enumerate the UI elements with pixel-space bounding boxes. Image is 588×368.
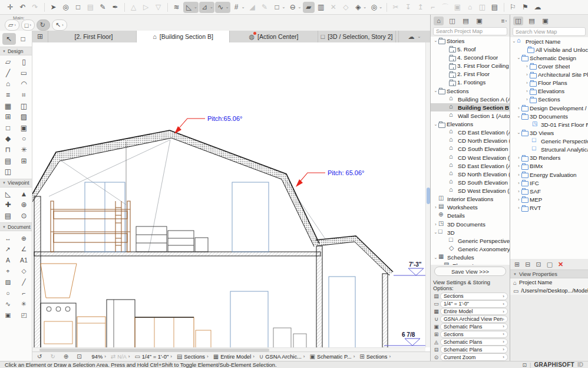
interior-elevations[interactable]: Interior Elevations bbox=[431, 195, 510, 203]
snap-guides-icon[interactable]: ⊿⌄ bbox=[199, 2, 214, 13]
label-tool[interactable]: A1 bbox=[18, 255, 31, 266]
split-icon[interactable]: ✂ bbox=[390, 2, 402, 13]
elevation-item[interactable]: CD East Elevation (Auto-rebui bbox=[431, 129, 510, 137]
story-jump-icon[interactable]: ▷ bbox=[140, 2, 152, 13]
drawing-tool[interactable]: ◰ bbox=[18, 309, 31, 320]
elevation-dimension-tool[interactable]: ↗ bbox=[2, 244, 15, 255]
layout-book-icon[interactable]: ▤ bbox=[527, 17, 537, 25]
save-view-button[interactable]: Save View >>> bbox=[434, 267, 506, 276]
design-development[interactable]: › Design Development / Construct bbox=[510, 104, 588, 112]
surface-paint-icon[interactable]: ◈⌄ bbox=[352, 2, 368, 13]
model-view-setting[interactable]: ▣ Schematic Plans› bbox=[431, 323, 510, 331]
roof-lower-right[interactable] bbox=[316, 236, 393, 275]
wall-tool[interactable]: ▱ bbox=[2, 57, 15, 68]
generic-perspective[interactable]: Generic Perspective bbox=[510, 137, 588, 146]
curtain-wall-tool[interactable]: ▦ bbox=[2, 100, 15, 111]
story[interactable]: 5. Roof bbox=[431, 45, 510, 53]
details[interactable]: Details bbox=[431, 212, 510, 220]
expander-icon[interactable]: › bbox=[524, 81, 530, 85]
stair-tool[interactable]: ≡ bbox=[2, 90, 15, 101]
search-elements-icon[interactable]: ◎ bbox=[60, 2, 72, 13]
roof-right[interactable] bbox=[170, 130, 319, 247]
expander-icon[interactable]: › bbox=[433, 205, 438, 209]
story[interactable]: 4. Second Floor bbox=[431, 53, 510, 61]
expander-icon[interactable]: ⌄ bbox=[433, 255, 438, 260]
sep[interactable] bbox=[504, 3, 504, 12]
generic-perspective[interactable]: Generic Perspective bbox=[431, 236, 510, 245]
quick-layers-icon[interactable]: ▤ bbox=[489, 2, 501, 13]
selection-panel-icon[interactable]: ▤ bbox=[85, 2, 97, 13]
door-window-openings[interactable] bbox=[85, 182, 355, 347]
story[interactable]: 2. First Floor bbox=[431, 70, 510, 78]
all-visible[interactable]: All Visible and Unlocked bbox=[510, 45, 588, 54]
expander-icon[interactable]: › bbox=[516, 181, 521, 185]
expander-icon[interactable]: ⌄ bbox=[433, 230, 438, 235]
redo-icon[interactable]: ↷ bbox=[29, 2, 41, 13]
text-tool[interactable]: A bbox=[2, 255, 15, 266]
story-up-icon[interactable]: △ bbox=[128, 2, 140, 13]
fill-tool[interactable]: ▨ bbox=[2, 277, 15, 288]
fillet-icon[interactable]: ⌒ bbox=[440, 2, 451, 13]
sep[interactable] bbox=[124, 3, 125, 12]
guide-lines-icon[interactable]: ◺⌄ bbox=[183, 2, 199, 13]
favorites-icon[interactable]: ⚑ bbox=[520, 2, 531, 13]
arrow-mode-button[interactable]: ↖› bbox=[52, 19, 67, 31]
pen-set[interactable]: ∪ GSNA Archic... › bbox=[257, 352, 307, 361]
view-properties-header[interactable]: ▼ View Properties bbox=[510, 270, 588, 278]
model-view-options[interactable]: ▣ Schematic P... › bbox=[307, 352, 357, 361]
zoom-setting[interactable]: ⊙ Current Zoom› bbox=[431, 353, 510, 361]
sep[interactable] bbox=[167, 3, 168, 12]
roof-tool[interactable]: ⌂ bbox=[2, 78, 15, 90]
story[interactable]: 3. First Floor Ceiling bbox=[431, 62, 510, 70]
elevation-item[interactable]: SD North Elevation (Auto-reb bbox=[431, 170, 510, 178]
railing-tool[interactable]: ⌗ bbox=[18, 90, 31, 101]
expander-icon[interactable]: › bbox=[524, 64, 530, 68]
inject-parameters-icon[interactable]: ✒ bbox=[110, 2, 121, 13]
interior-ceiling-lines[interactable] bbox=[49, 140, 325, 252]
zone-tool[interactable]: ○ bbox=[18, 133, 31, 144]
dressers[interactable] bbox=[136, 226, 208, 252]
expander-icon[interactable]: ⌄ bbox=[516, 114, 521, 119]
tab-building-section-b[interactable]: ⌂ [Building Section B] bbox=[137, 31, 230, 42]
three-d[interactable]: ⌄ 3D bbox=[431, 228, 510, 236]
profile-icon[interactable]: ◎⌄ bbox=[368, 2, 384, 13]
expander-icon[interactable]: ⌄ bbox=[516, 130, 521, 135]
spline-tool[interactable]: ∿ bbox=[2, 298, 15, 310]
view-map-icon[interactable]: ◫ bbox=[447, 17, 457, 25]
stories[interactable]: ⌄ Stories bbox=[431, 37, 510, 45]
pitch-annotation-left[interactable]: Pitch:65.06° bbox=[174, 115, 242, 134]
object-tool[interactable]: ▣ bbox=[18, 123, 31, 134]
organizer-button[interactable]: ≡› bbox=[501, 18, 507, 24]
three-d-renders[interactable]: › 3D Renders bbox=[510, 154, 588, 162]
tab-action-center[interactable]: ◍ [Action Center] bbox=[230, 31, 318, 42]
structure-display-setting[interactable]: ▦ Entire Model› bbox=[431, 308, 510, 316]
hotspot-tool[interactable]: ✳ bbox=[18, 298, 31, 310]
interior-elevation-tool[interactable]: ✚ bbox=[2, 199, 15, 211]
layers[interactable]: ▤ Sections › bbox=[174, 352, 211, 361]
pick-up-parameters-icon[interactable]: ✎ bbox=[97, 2, 109, 13]
expander-icon[interactable]: › bbox=[516, 164, 521, 168]
generic-axonometry[interactable]: Generic Axonometry bbox=[431, 245, 510, 253]
marquee-tool[interactable]: □ bbox=[16, 33, 30, 45]
expander-icon[interactable]: › bbox=[516, 189, 521, 193]
view-map-icon[interactable]: ◫ bbox=[513, 17, 523, 25]
polyline-tool[interactable]: ⌐ bbox=[18, 287, 31, 298]
renovation-filter-icon[interactable]: ▰ bbox=[303, 2, 315, 13]
schedules[interactable]: ⌄ Schedules bbox=[431, 253, 510, 261]
story-down-icon[interactable]: ▽ bbox=[153, 2, 164, 13]
marquee-rotate-icon[interactable]: ◇ bbox=[340, 2, 352, 13]
schematic-design[interactable]: ⌄ Schematic Design bbox=[510, 54, 588, 62]
zoom-increase-icon[interactable]: ⊕ bbox=[61, 352, 74, 361]
mep[interactable]: › MEP bbox=[510, 195, 588, 203]
shell-tool[interactable]: ◠ bbox=[18, 78, 31, 90]
extend-icon[interactable]: ↥ bbox=[415, 2, 427, 13]
elevation-item[interactable]: SD East Elevation (Auto-rebui bbox=[431, 162, 510, 170]
explode-icon[interactable]: ✕ bbox=[328, 2, 339, 13]
elevation-tool[interactable]: ▲ bbox=[18, 189, 31, 200]
lamp-tool[interactable]: ✳ bbox=[18, 144, 31, 156]
kitchen[interactable] bbox=[41, 264, 306, 347]
intersect-icon[interactable]: ⌐ bbox=[427, 2, 439, 13]
rvt[interactable]: › RVT bbox=[510, 204, 588, 212]
dimensions-setting[interactable]: ⊞ Sections› bbox=[431, 330, 510, 338]
vertical-scrollbar[interactable] bbox=[425, 42, 430, 347]
